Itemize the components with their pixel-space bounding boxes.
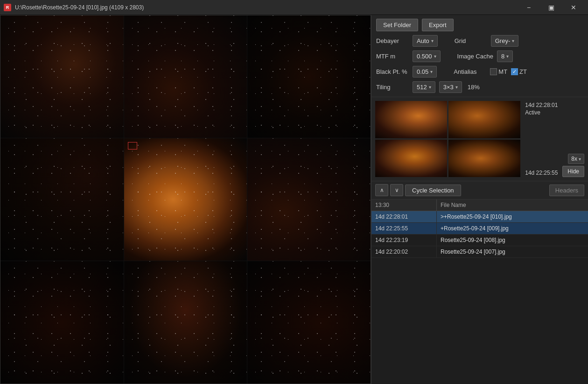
controls-row-1: Set Folder Export (376, 19, 583, 31)
grid-arrow-icon: ▾ (512, 38, 514, 43)
black-pt-input[interactable]: 0.05 ▾ (413, 66, 437, 78)
preview-timestamp2: 14d 22:25:55 (525, 170, 558, 176)
window-title: U:\Rosette\Rosette25-09-24 [010].jpg (41… (15, 4, 518, 11)
table-header: 13:30 File Name (371, 199, 588, 211)
mt-label: MT (498, 68, 507, 75)
zt-label: ZT (519, 68, 527, 75)
image-cache-value: 8 (501, 53, 504, 60)
thumb-3[interactable] (375, 140, 447, 177)
zoom-arrow-icon: ▾ (579, 156, 581, 162)
mtf-value: 0.500 (417, 53, 432, 60)
mtf-input[interactable]: 0.500 ▾ (413, 50, 441, 62)
thumb-1[interactable] (375, 101, 447, 138)
debayer-select[interactable]: Auto ▾ (413, 35, 438, 47)
file-list-area: ∧ ∨ Cycle Selection Headers 13:30 File N… (371, 181, 588, 384)
grid-cell-3[interactable] (247, 15, 371, 138)
grid-value: Grey- (495, 37, 511, 44)
controls-row-5: Tiling 512 ▾ 3×3 ▾ 18% (376, 81, 583, 93)
minimize-button[interactable]: − (518, 0, 539, 15)
col-header-filename[interactable]: File Name (437, 199, 588, 211)
black-pt-label: Black Pt. % (376, 68, 409, 75)
zoom-select[interactable]: 8x ▾ (568, 154, 584, 164)
grid-cell-6[interactable] (247, 138, 371, 261)
debayer-label: Debayer (376, 37, 409, 44)
mtf-label: MTF m (376, 53, 409, 60)
debayer-arrow-icon: ▾ (431, 38, 434, 43)
nav-down-button[interactable]: ∨ (390, 184, 403, 196)
zoom-value: 8x (571, 156, 577, 162)
row-filename: Rosette25-09-24 [007].jpg (437, 246, 588, 257)
tiling-size-arrow-icon: ▾ (429, 85, 431, 90)
grid-cell-7[interactable] (0, 261, 124, 384)
row-time: 14d 22:25:55 (371, 223, 437, 234)
preview-area: 14d 22:28:01 Active 14d 22:25:55 8x ▾ Hi… (371, 97, 588, 181)
controls-row-3: MTF m 0.500 ▾ Image Cache 8 ▾ (376, 50, 583, 62)
grid-cell-9[interactable] (247, 261, 371, 384)
thumb-4[interactable] (448, 140, 520, 177)
tiling-grid-select[interactable]: 3×3 ▾ (439, 81, 462, 93)
main-content: Set Folder Export Debayer Auto ▾ Grid Gr… (0, 15, 588, 384)
debayer-value: Auto (417, 37, 429, 44)
app-icon: R (4, 4, 11, 11)
table-row[interactable]: 14d 22:28:01 >+Rosette25-09-24 [010].jpg (371, 211, 588, 223)
tiling-size-value: 512 (417, 84, 427, 91)
controls-row-2: Debayer Auto ▾ Grid Grey- ▾ (376, 35, 583, 47)
tiling-pct: 18% (468, 84, 480, 91)
table-row[interactable]: 14d 22:20:02 Rosette25-09-24 [007].jpg (371, 246, 588, 258)
table-row[interactable]: 14d 22:25:55 +Rosette25-09-24 [009].jpg (371, 223, 588, 235)
row-time: 14d 22:28:01 (371, 211, 437, 222)
window-controls: − ▣ ✕ (518, 0, 584, 15)
controls-row-4: Black Pt. % 0.05 ▾ Antialias MT ✓ ZT (376, 66, 583, 78)
file-list-toolbar: ∧ ∨ Cycle Selection Headers (371, 181, 588, 199)
cache-arrow-icon: ▾ (506, 54, 509, 59)
mt-checkbox[interactable] (490, 68, 497, 75)
row-time: 14d 22:23:19 (371, 235, 437, 246)
black-pt-arrow-icon: ▾ (430, 69, 433, 74)
set-folder-button[interactable]: Set Folder (376, 19, 418, 31)
nav-up-button[interactable]: ∧ (375, 184, 388, 196)
tiling-grid-arrow-icon: ▾ (455, 85, 458, 90)
file-table: 13:30 File Name 14d 22:28:01 >+Rosette25… (371, 199, 588, 384)
zt-checkbox-item: ✓ ZT (511, 68, 527, 75)
hide-button[interactable]: Hide (562, 166, 584, 177)
thumb-2[interactable] (448, 101, 520, 138)
mtf-arrow-icon: ▾ (434, 54, 436, 59)
grid-cell-1[interactable] (0, 15, 124, 138)
grid-cell-8[interactable] (124, 261, 247, 384)
row-filename: Rosette25-09-24 [008].jpg (437, 235, 588, 246)
tiling-size-select[interactable]: 512 ▾ (413, 81, 435, 93)
image-cache-input[interactable]: 8 ▾ (497, 50, 513, 62)
titlebar: R U:\Rosette\Rosette25-09-24 [010].jpg (… (0, 0, 588, 15)
headers-button[interactable]: Headers (549, 185, 584, 196)
controls-area: Set Folder Export Debayer Auto ▾ Grid Gr… (371, 15, 588, 97)
table-row[interactable]: 14d 22:23:19 Rosette25-09-24 [008].jpg (371, 235, 588, 246)
preview-timestamp1: 14d 22:28:01 (525, 102, 558, 108)
cycle-selection-button[interactable]: Cycle Selection (405, 185, 461, 196)
preview-controls: 8x ▾ Hide (562, 101, 584, 177)
grid-label: Grid (455, 37, 487, 44)
row-time: 14d 22:20:02 (371, 246, 437, 257)
export-button[interactable]: Export (422, 19, 454, 31)
row-filename: >+Rosette25-09-24 [010].jpg (437, 211, 588, 222)
right-panel: Set Folder Export Debayer Auto ▾ Grid Gr… (371, 15, 588, 384)
black-pt-value: 0.05 (417, 68, 428, 75)
grid-cell-5-active[interactable] (124, 138, 247, 261)
zt-checkbox[interactable]: ✓ (511, 68, 518, 75)
thumbnails-grid (375, 101, 520, 177)
row-filename: +Rosette25-09-24 [009].jpg (437, 223, 588, 234)
image-grid (0, 15, 371, 384)
tiling-label: Tiling (376, 84, 409, 91)
antialias-label: Antialias (454, 68, 486, 75)
preview-active: Active (525, 109, 558, 116)
image-cache-label: Image Cache (457, 53, 493, 60)
tiling-grid-value: 3×3 (443, 84, 454, 91)
close-button[interactable]: ✕ (563, 0, 584, 15)
grid-select[interactable]: Grey- ▾ (491, 35, 519, 47)
grid-cell-4[interactable] (0, 138, 124, 261)
col-header-time[interactable]: 13:30 (371, 199, 437, 211)
mt-checkbox-item: MT (490, 68, 507, 75)
maximize-button[interactable]: ▣ (540, 0, 562, 15)
preview-info: 14d 22:28:01 Active 14d 22:25:55 (522, 101, 560, 177)
grid-cell-2[interactable] (124, 15, 247, 138)
